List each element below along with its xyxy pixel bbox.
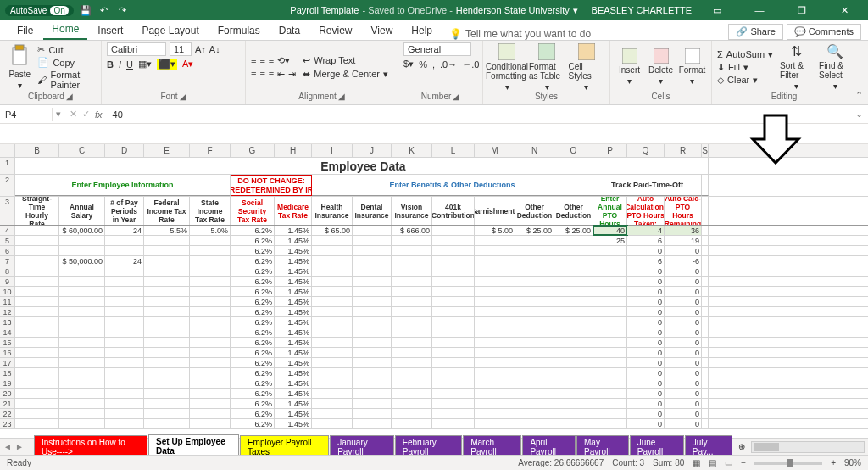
collapse-ribbon-icon[interactable]: ⌃	[855, 90, 863, 101]
cell[interactable]	[475, 389, 515, 398]
cell[interactable]	[432, 226, 475, 235]
cell[interactable]: $ 60,000.00	[59, 226, 105, 235]
cell[interactable]	[59, 368, 105, 378]
cell[interactable]	[190, 277, 231, 286]
cell[interactable]: 1.45%	[275, 389, 312, 398]
cell[interactable]: 6.2%	[231, 287, 275, 296]
cell[interactable]	[515, 368, 554, 378]
cell[interactable]	[702, 419, 709, 428]
cell[interactable]	[554, 307, 593, 316]
cell[interactable]	[554, 368, 593, 378]
cell[interactable]	[105, 368, 144, 378]
cell[interactable]	[702, 266, 709, 276]
zoom-slider[interactable]	[754, 462, 822, 465]
cell[interactable]	[554, 419, 593, 428]
cell[interactable]	[554, 348, 593, 357]
cell[interactable]	[392, 287, 432, 296]
row-header[interactable]: 22	[0, 409, 15, 418]
org-name[interactable]: Henderson State University	[456, 5, 570, 15]
cell[interactable]	[105, 266, 144, 276]
cell[interactable]: 0	[627, 246, 665, 255]
number-format-select[interactable]: General	[403, 42, 471, 56]
row-header[interactable]: 15	[0, 338, 15, 347]
wrap-text-button[interactable]: ↩ Wrap Text	[303, 55, 388, 66]
increase-font-icon[interactable]: A↑	[195, 44, 206, 54]
cell[interactable]: 1.45%	[275, 409, 312, 418]
cell[interactable]: 0	[627, 297, 665, 306]
cell[interactable]	[15, 307, 59, 316]
cell[interactable]	[593, 317, 627, 327]
cell[interactable]	[312, 419, 353, 428]
save-icon[interactable]: 💾	[79, 3, 92, 17]
sort-filter-button[interactable]: ⇅Sort & Filter▾	[780, 43, 812, 91]
user-name[interactable]: BEASLEY CHARLETTE	[592, 5, 692, 15]
cell[interactable]: 1.45%	[275, 348, 312, 357]
align-center-icon[interactable]: ≡	[259, 69, 264, 79]
cell[interactable]: 6.2%	[231, 358, 275, 367]
cell[interactable]	[190, 419, 231, 428]
cell[interactable]	[59, 409, 105, 418]
cell[interactable]: 6.2%	[231, 307, 275, 316]
cell[interactable]: 0	[665, 277, 702, 286]
row-header[interactable]: 21	[0, 399, 15, 408]
cell[interactable]: 6.2%	[231, 378, 275, 388]
cell[interactable]	[144, 266, 190, 276]
indent-inc-icon[interactable]: ⇥	[288, 69, 296, 80]
cell[interactable]	[593, 287, 627, 296]
cell[interactable]	[312, 277, 353, 286]
cell[interactable]	[105, 277, 144, 286]
namebox-dropdown-icon[interactable]: ▾	[53, 109, 64, 120]
col-header-H[interactable]: H	[275, 144, 312, 157]
cell[interactable]	[190, 378, 231, 388]
cell[interactable]	[353, 226, 392, 235]
cell[interactable]	[515, 246, 554, 255]
cell[interactable]	[144, 307, 190, 316]
col-header-N[interactable]: N	[515, 144, 554, 157]
cell[interactable]	[475, 409, 515, 418]
cell[interactable]	[593, 399, 627, 408]
cell[interactable]: 6.2%	[231, 419, 275, 428]
cell[interactable]	[144, 389, 190, 398]
cell[interactable]	[593, 378, 627, 388]
cell[interactable]	[702, 378, 709, 388]
col-header-E[interactable]: E	[144, 144, 190, 157]
indent-dec-icon[interactable]: ⇤	[277, 69, 285, 80]
cell[interactable]	[105, 419, 144, 428]
cell[interactable]	[59, 327, 105, 337]
cell[interactable]	[190, 338, 231, 347]
cell[interactable]	[432, 246, 475, 255]
cell[interactable]	[554, 358, 593, 367]
cell[interactable]	[190, 358, 231, 367]
font-name-select[interactable]: Calibri	[107, 42, 166, 56]
col-header-M[interactable]: M	[475, 144, 515, 157]
cell[interactable]	[353, 338, 392, 347]
cell[interactable]: 1.45%	[275, 277, 312, 286]
cell[interactable]	[144, 287, 190, 296]
col-header-D[interactable]: D	[105, 144, 144, 157]
cell[interactable]	[554, 277, 593, 286]
cell[interactable]	[432, 389, 475, 398]
cell[interactable]	[312, 399, 353, 408]
cell[interactable]	[702, 327, 709, 337]
cell[interactable]	[312, 266, 353, 276]
cell[interactable]: 1.45%	[275, 307, 312, 316]
cell[interactable]	[15, 338, 59, 347]
cell[interactable]	[554, 338, 593, 347]
cell[interactable]: 6.2%	[231, 348, 275, 357]
cell[interactable]	[353, 348, 392, 357]
cancel-formula-icon[interactable]: ✕	[70, 109, 77, 120]
cell[interactable]	[475, 236, 515, 245]
cell[interactable]	[190, 297, 231, 306]
align-right-icon[interactable]: ≡	[269, 69, 274, 79]
cell[interactable]	[702, 409, 709, 418]
maximize-button[interactable]: ❐	[785, 0, 819, 20]
view-page-break-icon[interactable]: ▭	[725, 458, 732, 467]
cell[interactable]	[15, 409, 59, 418]
cell[interactable]	[15, 327, 59, 337]
cell[interactable]	[392, 409, 432, 418]
cell[interactable]: 6.2%	[231, 327, 275, 337]
cell[interactable]	[432, 368, 475, 378]
cell[interactable]	[105, 409, 144, 418]
cell[interactable]	[312, 236, 353, 245]
cell[interactable]	[59, 419, 105, 428]
